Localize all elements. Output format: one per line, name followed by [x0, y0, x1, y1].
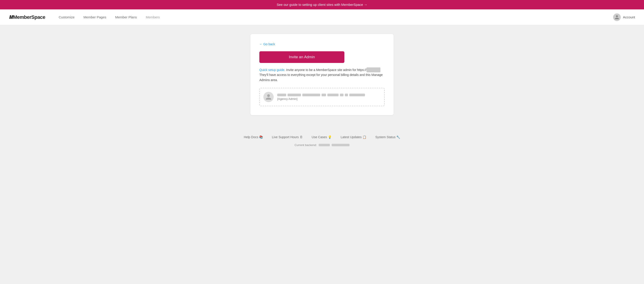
invite-admin-button[interactable]: Invite an Admin [259, 51, 344, 63]
main-nav: Customize Member Pages Member Plans Memb… [59, 15, 613, 19]
footer-links: Help Docs 📚 Live Support Hours 🗓 Use Cas… [4, 135, 640, 139]
blurred-url [366, 67, 380, 72]
banner-link[interactable]: See our guide to setting up client sites… [276, 3, 367, 7]
footer-help-docs[interactable]: Help Docs 📚 [244, 135, 263, 139]
admin-name-row [277, 94, 365, 96]
current-backend: Current backend: [4, 143, 640, 147]
blurred-name-1 [277, 94, 286, 96]
admin-avatar [263, 92, 274, 102]
blurred-email-3 [345, 94, 348, 96]
description-text: Quick setup guide. Invite anyone to be a… [259, 67, 385, 82]
main-content: ← Go back Invite an Admin Quick setup gu… [0, 25, 644, 129]
nav-members[interactable]: Members [146, 15, 160, 19]
footer: Help Docs 📚 Live Support Hours 🗓 Use Cas… [0, 129, 644, 151]
invite-admin-card: ← Go back Invite an Admin Quick setup gu… [250, 34, 394, 115]
footer-system-status[interactable]: System Status 🔧 [375, 135, 400, 139]
go-back-link[interactable]: ← Go back [259, 42, 275, 46]
admin-badge: [Agency Admin] [277, 97, 365, 101]
nav-member-pages[interactable]: Member Pages [84, 15, 106, 19]
quick-setup-guide-link[interactable]: Quick setup guide [259, 68, 284, 72]
blurred-backend-2 [332, 144, 350, 146]
footer-use-cases[interactable]: Use Cases 💡 [312, 135, 332, 139]
admin-list: [Agency Admin] [259, 88, 385, 106]
account-label: Account [623, 15, 635, 19]
footer-live-support[interactable]: Live Support Hours 🗓 [272, 135, 303, 139]
top-banner: See our guide to setting up client sites… [0, 0, 644, 10]
admin-item: [Agency Admin] [263, 92, 381, 102]
account-menu[interactable]: Account [613, 14, 635, 21]
blurred-email-2 [340, 94, 344, 96]
blurred-email-1 [327, 94, 338, 96]
nav-member-plans[interactable]: Member Plans [115, 15, 137, 19]
blurred-name-2 [288, 94, 301, 96]
header: 𝙈MemberSpace Customize Member Pages Memb… [0, 10, 644, 25]
account-avatar-icon [613, 14, 621, 21]
nav-customize[interactable]: Customize [59, 15, 74, 19]
blurred-backend-1 [319, 144, 330, 146]
blurred-email-4 [349, 94, 365, 96]
blurred-email-separator [322, 94, 326, 96]
logo[interactable]: 𝙈MemberSpace [9, 14, 45, 20]
footer-latest-updates[interactable]: Latest Updates 📋 [340, 135, 366, 139]
blurred-name-3 [302, 94, 320, 96]
admin-info: [Agency Admin] [277, 94, 365, 101]
